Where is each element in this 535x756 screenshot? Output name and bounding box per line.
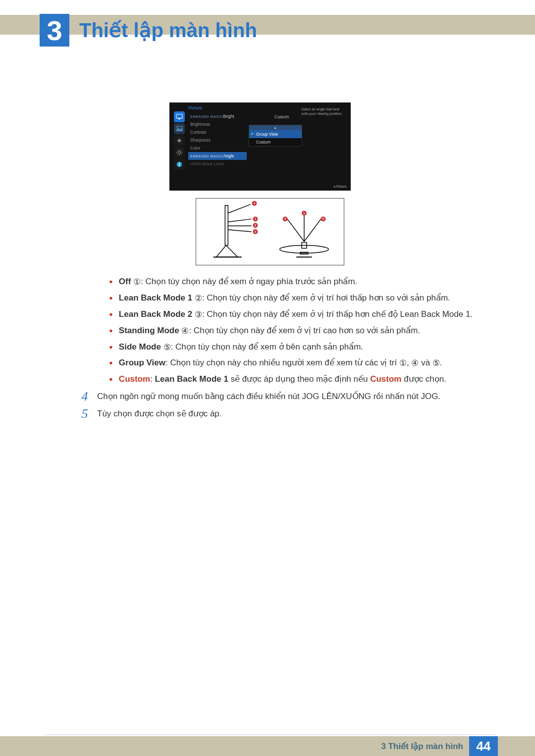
svg-line-10 xyxy=(181,154,181,154)
svg-rect-1 xyxy=(178,119,180,120)
bullet-dot-icon: ● xyxy=(109,340,113,355)
osd-menu-item: SAMSUNG MAGICBright xyxy=(188,112,247,120)
bullet-dot-icon: ● xyxy=(109,275,113,290)
svg-point-3 xyxy=(177,128,178,129)
svg-line-18 xyxy=(228,219,251,222)
osd-menu-item: Brightness xyxy=(188,120,247,128)
monitor-icon xyxy=(174,111,185,122)
bullet-dot-icon: ● xyxy=(109,324,113,339)
step-number: 4 xyxy=(79,390,90,404)
svg-line-11 xyxy=(177,154,178,154)
chapter-number-box: 3 xyxy=(40,14,69,47)
bullet-item: ● Lean Back Mode 1 ②: Chọn tùy chọn này … xyxy=(109,291,485,306)
svg-rect-14 xyxy=(179,164,179,166)
osd-arrow-up-icon: ▴ xyxy=(249,125,302,130)
step-item: 5 Tùy chọn được chọn sẽ được áp. xyxy=(94,407,485,421)
bullet-item: ● Off ①: Chọn tùy chọn này để xem ở ngay… xyxy=(109,275,485,290)
bullet-dot-icon: ● xyxy=(109,356,113,371)
svg-line-9 xyxy=(177,151,178,151)
bullet-item: ● Lean Back Mode 2 ③: Chọn tùy chọn này … xyxy=(109,307,485,322)
bullet-item: ● Group View: Chọn tùy chọn này cho nhiề… xyxy=(109,356,485,371)
osd-sidebar-icons xyxy=(172,110,186,171)
osd-menu-item-selected: SAMSUNG MAGICAngle xyxy=(188,152,247,160)
bullet-item: ● Standing Mode ④: Chọn tùy chọn này để … xyxy=(109,324,485,339)
gear-icon xyxy=(174,147,185,158)
osd-menu-item: Contrast xyxy=(188,128,247,136)
osd-panel-title: Picture xyxy=(188,105,202,110)
svg-line-12 xyxy=(181,151,181,151)
svg-rect-0 xyxy=(176,114,182,118)
svg-line-31 xyxy=(287,218,304,241)
chapter-title: Thiết lập màn hình xyxy=(79,19,257,42)
svg-line-17 xyxy=(228,204,250,213)
svg-point-4 xyxy=(178,151,180,153)
bullet-dot-icon: ● xyxy=(109,291,113,306)
osd-menu-item-disabled: HDMI Black Level xyxy=(188,160,247,168)
osd-screenshot: Picture SAMSUNG MAGICBright Brightness C… xyxy=(169,102,351,191)
step-text: Chọn ngôn ngữ mong muốn bằng cách điều k… xyxy=(97,390,440,404)
picture-icon xyxy=(174,123,185,134)
chapter-number: 3 xyxy=(47,14,62,47)
footer-page-number: 44 xyxy=(469,736,498,756)
osd-popup-option: Custom xyxy=(249,138,302,146)
step-text: Tùy chọn được chọn sẽ được áp. xyxy=(97,407,222,421)
angle-diagram: 4 1 2 3 1 5 5 xyxy=(196,198,344,265)
svg-point-15 xyxy=(179,162,180,163)
footer-title: 3 Thiết lập màn hình xyxy=(381,736,463,756)
osd-popup-option-selected: Group View xyxy=(249,130,302,138)
bullet-dot-icon: ● xyxy=(109,372,113,387)
svg-line-20 xyxy=(228,230,251,232)
bullet-item: ● Custom: Lean Back Mode 1 sẽ được áp dụ… xyxy=(109,372,485,387)
osd-return-label: Return xyxy=(333,185,347,189)
bullet-item: ● Side Mode ⑤: Chọn tùy chọn này để xem … xyxy=(109,340,485,355)
osd-menu-list: SAMSUNG MAGICBright Brightness Contrast … xyxy=(188,112,247,168)
osd-value-custom: Custom xyxy=(274,114,289,119)
step-item: 4 Chọn ngôn ngữ mong muốn bằng cách điều… xyxy=(94,390,485,404)
svg-line-32 xyxy=(304,218,321,241)
body-text: ● Off ①: Chọn tùy chọn này để xem ở ngay… xyxy=(94,273,485,421)
footer-divider xyxy=(45,734,495,735)
osd-help-text: Select an angle that best suits your vie… xyxy=(301,107,346,116)
bullet-dot-icon: ● xyxy=(109,307,113,322)
step-number: 5 xyxy=(79,407,90,421)
resize-icon xyxy=(174,135,185,146)
osd-menu-item: Color xyxy=(188,144,247,152)
info-icon xyxy=(174,159,185,170)
osd-popup: ▴ Group View Custom xyxy=(249,125,302,147)
osd-menu-item: Sharpness xyxy=(188,136,247,144)
